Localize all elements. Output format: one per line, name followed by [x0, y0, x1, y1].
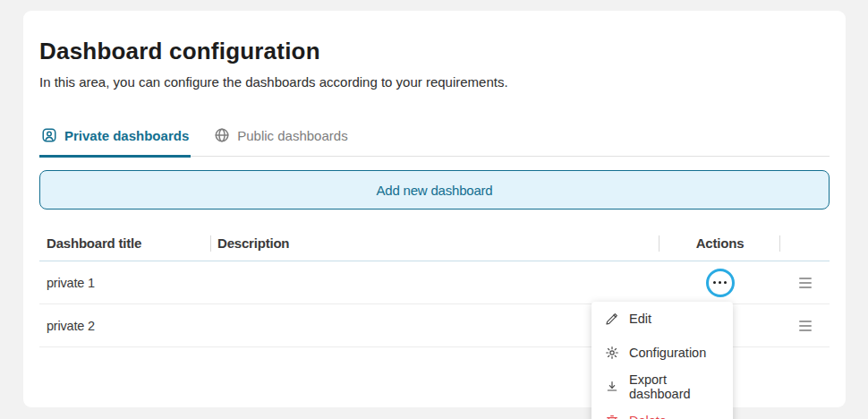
gear-icon	[605, 346, 619, 360]
tab-label: Private dashboards	[64, 128, 189, 143]
user-badge-icon	[41, 127, 57, 143]
dashboard-title-cell: private 1	[39, 276, 211, 290]
pencil-icon	[605, 312, 619, 326]
tab-label: Public dashboards	[237, 128, 347, 143]
menu-item-edit[interactable]: Edit	[591, 302, 733, 336]
globe-icon	[214, 127, 230, 143]
add-new-dashboard-button[interactable]: Add new dashboard	[39, 170, 830, 210]
page-background: { "page": { "title": "Dashboard configur…	[0, 0, 868, 419]
tab-private-dashboards[interactable]: Private dashboards	[39, 127, 191, 158]
header-actions: Actions	[660, 226, 780, 261]
ellipsis-icon	[713, 281, 716, 284]
menu-item-label: Export dashboard	[629, 372, 719, 401]
dashboard-tabs: Private dashboards Public dashboards	[39, 127, 830, 157]
tab-public-dashboards[interactable]: Public dashboards	[212, 127, 349, 158]
header-description: Description	[211, 226, 660, 261]
drag-handle-icon[interactable]	[796, 274, 815, 292]
header-dashboard-title: Dashboard title	[39, 226, 211, 261]
menu-item-delete[interactable]: Delete	[591, 404, 733, 419]
page-subtitle: In this area, you can configure the dash…	[39, 74, 830, 90]
table-header-row: Dashboard title Description Actions	[39, 226, 830, 261]
row-actions-button[interactable]	[706, 269, 735, 297]
menu-item-label: Configuration	[629, 346, 706, 360]
actions-menu: Edit Configuration Export dashboard Dele…	[591, 302, 733, 419]
menu-item-label: Delete	[629, 414, 667, 419]
menu-item-label: Edit	[629, 312, 651, 326]
trash-icon	[605, 414, 619, 419]
download-icon	[605, 380, 619, 394]
menu-item-configuration[interactable]: Configuration	[591, 336, 733, 370]
dashboard-title-cell: private 2	[39, 319, 211, 333]
drag-handle-icon[interactable]	[796, 317, 815, 335]
table-row: private 1	[39, 261, 830, 304]
menu-item-export-dashboard[interactable]: Export dashboard	[591, 370, 733, 404]
page-title: Dashboard configuration	[39, 38, 830, 65]
